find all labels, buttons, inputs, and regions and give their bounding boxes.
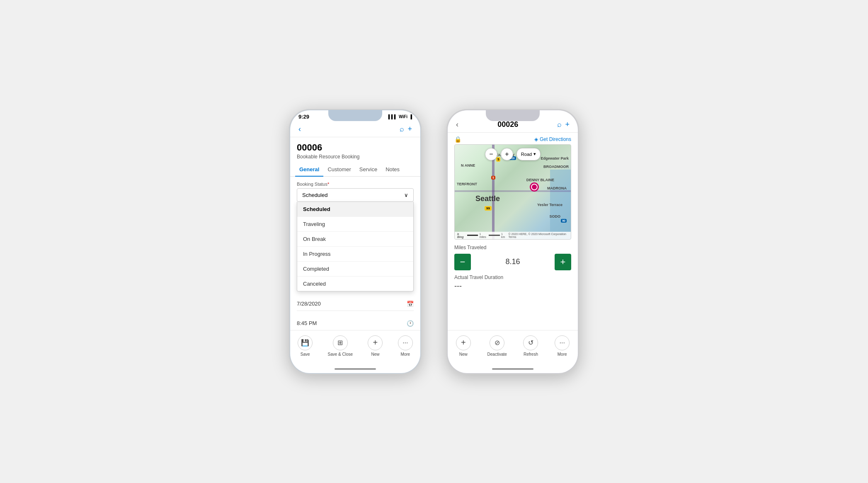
option-on-break[interactable]: On Break xyxy=(297,232,413,247)
miles-section: Miles Traveled − 8.16 + Actual Travel Du… xyxy=(448,240,578,296)
time-value: 8:45 PM xyxy=(297,320,317,326)
terfront-label: TERFRONT xyxy=(457,182,477,186)
option-traveling[interactable]: Traveling xyxy=(297,217,413,232)
get-directions-button[interactable]: ◈ Get Directions xyxy=(534,136,571,142)
compass-icon: ◈ xyxy=(534,136,538,142)
n-anne-label: N ANNE xyxy=(461,163,475,167)
highway-90-badge: 90 xyxy=(561,219,567,223)
deactivate-button[interactable]: ⊘ Deactivate xyxy=(484,334,510,358)
home-bar-left xyxy=(335,368,376,370)
plus-icon: + xyxy=(560,257,566,267)
wifi-icon: WiFi xyxy=(399,114,407,119)
minus-button[interactable]: − xyxy=(454,254,471,270)
tab-service[interactable]: Service xyxy=(355,163,381,177)
travel-duration-value: --- xyxy=(454,282,571,291)
action-bar-left: 💾 Save ⊞ Save & Close + New ··· More xyxy=(290,330,420,365)
minus-icon: − xyxy=(460,257,466,267)
status-icons: ▌▌▌ WiFi ▐ xyxy=(388,114,412,119)
scale-1km: 1 km xyxy=(501,233,507,238)
home-bar-right xyxy=(492,368,533,370)
time-field: 8:45 PM 🕐 xyxy=(297,317,414,330)
save-label: Save xyxy=(301,352,310,357)
new-label-left: New xyxy=(371,352,379,357)
clock-icon: 🕐 xyxy=(407,320,414,327)
save-close-button[interactable]: ⊞ Save & Close xyxy=(325,334,356,358)
broadmoor-label: BROADMOOR xyxy=(543,165,569,169)
seattle-label: Seattle xyxy=(475,194,500,203)
scale-bar: 1 miles 1 km xyxy=(467,233,507,238)
required-indicator: * xyxy=(327,182,329,187)
map-copyright: © 2020 HERE, © 2020 Microsoft Corporatio… xyxy=(508,233,568,238)
get-directions-label: Get Directions xyxy=(540,136,571,142)
booking-status-dropdown[interactable]: Scheduled ∨ Scheduled Traveling On Break… xyxy=(297,188,414,291)
zoom-in-button[interactable]: + xyxy=(501,148,513,160)
option-canceled[interactable]: Canceled xyxy=(297,277,413,291)
search-button-left[interactable]: ⌕ xyxy=(398,123,406,135)
map-container[interactable]: PORTAGE BAY N ANNE Edgewater Park BROADM… xyxy=(454,144,571,240)
new-button-left[interactable]: + New xyxy=(364,334,386,358)
chevron-down-icon: ∨ xyxy=(404,192,408,198)
save-icon: 💾 xyxy=(298,335,313,350)
refresh-icon: ↺ xyxy=(523,335,538,350)
right-content: Miles Traveled − 8.16 + Actual Travel Du… xyxy=(448,240,578,330)
tab-notes[interactable]: Notes xyxy=(381,163,404,177)
highway-5-shield: 5 xyxy=(491,176,495,180)
right-phone: ‹ 00026 ⌕ + 🔒 ◈ Get Directions xyxy=(446,109,579,374)
travel-duration-label: Actual Travel Duration xyxy=(454,274,571,280)
tab-customer[interactable]: Customer xyxy=(323,163,355,177)
deactivate-icon: ⊘ xyxy=(490,335,504,350)
time-row[interactable]: 8:45 PM 🕐 xyxy=(297,317,414,330)
home-indicator-right xyxy=(448,365,578,373)
option-scheduled[interactable]: Scheduled xyxy=(297,202,413,217)
sodo-label: SODO xyxy=(549,214,560,218)
record-type: Bookable Resource Booking xyxy=(297,154,414,160)
tab-general[interactable]: General xyxy=(295,163,323,177)
action-bar-right: + New ⊘ Deactivate ↺ Refresh ··· More xyxy=(448,330,578,365)
new-button-right[interactable]: + New xyxy=(453,334,474,358)
more-button-left[interactable]: ··· More xyxy=(395,334,416,358)
new-label-right: New xyxy=(459,352,468,357)
lock-directions-bar: 🔒 ◈ Get Directions xyxy=(448,133,578,144)
calendar-icon: 📅 xyxy=(407,301,414,307)
map-footer: b Bing 1 miles 1 km © 2020 HERE, © 2020 … xyxy=(455,232,571,239)
notch-right xyxy=(486,110,540,121)
miles-traveled-label: Miles Traveled xyxy=(454,245,571,250)
more-label-right: More xyxy=(558,352,567,357)
back-button-left[interactable]: ‹ xyxy=(297,123,303,135)
scene: 9:29 ▌▌▌ WiFi ▐ ‹ ⌕ + 00006 Bookable Res… xyxy=(289,109,579,374)
yesler-terrace-label: Yesler Terrace xyxy=(537,203,563,207)
bing-logo: b Bing xyxy=(457,233,466,238)
search-button-right[interactable]: ⌕ xyxy=(555,119,563,131)
scale-1mi: 1 miles xyxy=(479,233,487,238)
back-button-right[interactable]: ‹ xyxy=(454,119,460,131)
option-completed[interactable]: Completed xyxy=(297,262,413,277)
map-road-horizontal xyxy=(455,190,571,192)
zoom-out-button[interactable]: − xyxy=(485,148,497,160)
road-type-button[interactable]: Road ▾ xyxy=(516,148,541,160)
record-header: 00006 Bookable Resource Booking xyxy=(290,137,420,163)
more-button-right[interactable]: ··· More xyxy=(551,334,573,358)
add-button-left[interactable]: + xyxy=(406,123,414,135)
record-number-right: 00026 xyxy=(460,120,555,129)
battery-icon: ▐ xyxy=(409,114,412,119)
booking-status-label: Booking Status* xyxy=(297,182,414,187)
record-number: 00006 xyxy=(297,142,414,153)
date-value: 7/28/2020 xyxy=(297,301,321,307)
road-chevron-icon: ▾ xyxy=(533,151,536,157)
date-row[interactable]: 7/28/2020 📅 xyxy=(297,297,414,311)
lock-icon: 🔒 xyxy=(454,136,461,143)
tabs: General Customer Service Notes xyxy=(290,163,420,177)
plus-button[interactable]: + xyxy=(555,254,571,270)
save-close-label: Save & Close xyxy=(328,352,353,357)
refresh-button[interactable]: ↺ Refresh xyxy=(520,334,541,358)
add-button-right[interactable]: + xyxy=(563,119,571,131)
option-in-progress[interactable]: In Progress xyxy=(297,247,413,262)
dropdown-menu: Scheduled Traveling On Break In Progress… xyxy=(297,202,414,291)
map-pin xyxy=(531,184,538,190)
save-close-icon: ⊞ xyxy=(333,335,348,350)
dropdown-trigger[interactable]: Scheduled ∨ xyxy=(297,188,414,202)
denny-blaine-label: DENNY BLAINE xyxy=(526,178,554,182)
madrona-label: MADRONA xyxy=(547,186,567,190)
save-button[interactable]: 💾 Save xyxy=(294,334,316,358)
new-icon-right: + xyxy=(456,335,471,350)
